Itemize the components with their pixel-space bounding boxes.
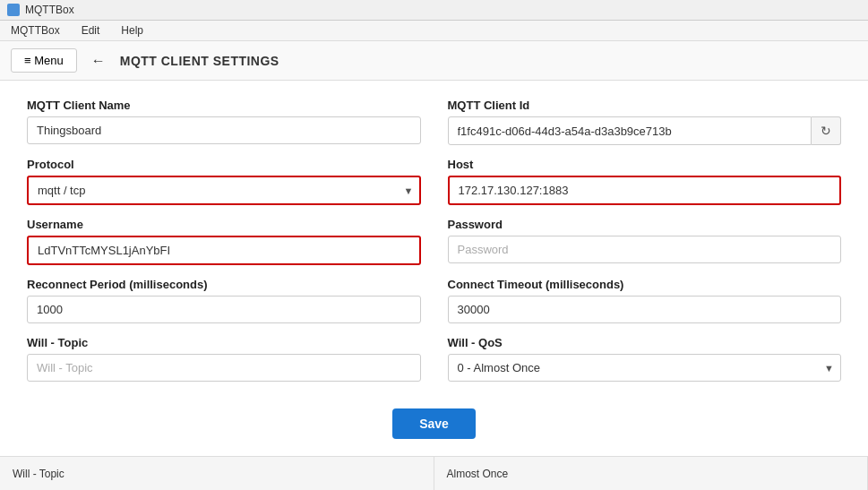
client-id-input[interactable] <box>448 116 812 145</box>
reconnect-period-group: Reconnect Period (milliseconds) <box>27 278 421 323</box>
reconnect-period-label: Reconnect Period (milliseconds) <box>27 278 421 291</box>
protocol-group: Protocol mqtt / tcp mqtt / ws mqtts / tl… <box>27 158 421 205</box>
username-input[interactable] <box>27 236 421 265</box>
menu-mqttbox[interactable]: MQTTBox <box>5 22 65 39</box>
will-topic-label: Will - Topic <box>27 336 421 349</box>
will-qos-group: Will - QoS 0 - Almost Once 1 - At Least … <box>448 336 842 382</box>
host-label: Host <box>448 158 842 171</box>
settings-form: MQTT Client Name MQTT Client Id ↻ Protoc… <box>0 81 868 457</box>
page-title: MQTT CLIENT SETTINGS <box>120 54 279 68</box>
password-label: Password <box>448 218 842 231</box>
title-bar: MQTTBox <box>0 0 868 21</box>
title-bar-text: MQTTBox <box>25 4 74 16</box>
menu-edit[interactable]: Edit <box>76 22 106 39</box>
host-group: Host <box>448 158 842 205</box>
connect-timeout-group: Connect Timeout (milliseconds) <box>448 278 842 323</box>
menu-button[interactable]: ≡ Menu <box>11 48 77 73</box>
client-name-label: MQTT Client Name <box>27 99 421 112</box>
protocol-select[interactable]: mqtt / tcp mqtt / ws mqtts / tls wss <box>27 176 421 205</box>
host-input[interactable] <box>448 176 842 205</box>
username-group: Username <box>27 218 421 265</box>
will-qos-select-wrapper: 0 - Almost Once 1 - At Least Once 2 - Ex… <box>448 354 842 382</box>
back-button[interactable]: ← <box>86 51 111 71</box>
connect-timeout-input[interactable] <box>448 296 842 323</box>
client-name-group: MQTT Client Name <box>27 99 421 145</box>
password-input[interactable] <box>448 236 842 263</box>
will-qos-label: Will - QoS <box>448 336 842 349</box>
will-qos-select[interactable]: 0 - Almost Once 1 - At Least Once 2 - Ex… <box>448 354 842 382</box>
status-bar: Will - Topic Almost Once <box>0 456 868 457</box>
menu-help[interactable]: Help <box>116 22 149 39</box>
password-group: Password <box>448 218 842 265</box>
refresh-client-id-button[interactable]: ↻ <box>812 116 841 145</box>
toolbar: ≡ Menu ← MQTT CLIENT SETTINGS <box>0 41 868 81</box>
save-button[interactable]: Save <box>392 408 476 439</box>
client-id-group: MQTT Client Id ↻ <box>448 99 842 145</box>
connect-timeout-label: Connect Timeout (milliseconds) <box>448 278 842 291</box>
client-id-label: MQTT Client Id <box>448 99 842 112</box>
client-name-input[interactable] <box>27 116 421 144</box>
will-topic-input[interactable] <box>27 354 421 382</box>
username-label: Username <box>27 218 421 231</box>
will-topic-group: Will - Topic <box>27 336 421 382</box>
app-icon <box>7 4 20 16</box>
save-row: Save <box>27 408 841 439</box>
reconnect-period-input[interactable] <box>27 296 421 323</box>
protocol-select-wrapper: mqtt / tcp mqtt / ws mqtts / tls wss ▼ <box>27 176 421 205</box>
client-id-wrapper: ↻ <box>448 116 842 145</box>
protocol-label: Protocol <box>27 158 421 171</box>
menu-bar: MQTTBox Edit Help <box>0 21 868 41</box>
